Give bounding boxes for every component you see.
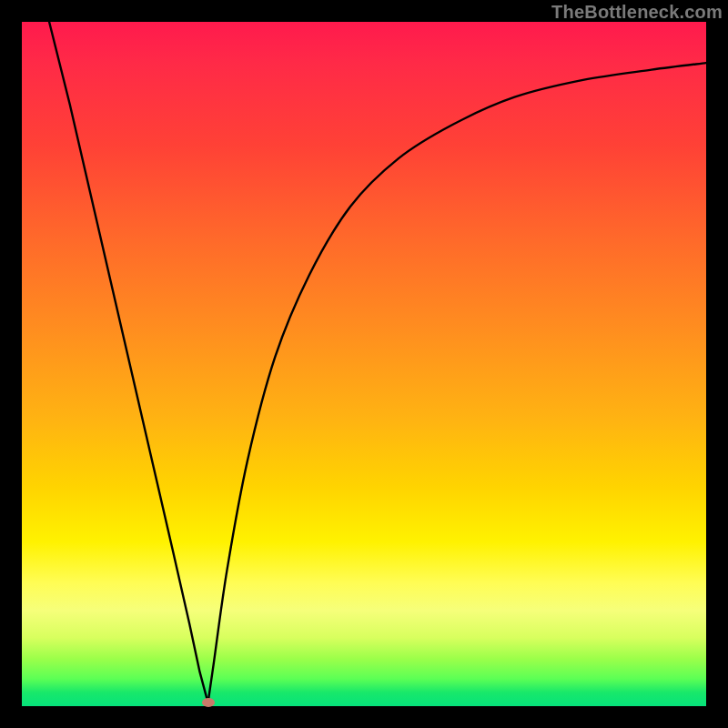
bottleneck-curve [22,22,706,706]
curve-right-segment [208,63,706,703]
curve-left-segment [49,22,207,703]
watermark-text: TheBottleneck.com [551,2,723,23]
chart-frame: TheBottleneck.com [0,0,728,728]
plot-area [22,22,706,706]
